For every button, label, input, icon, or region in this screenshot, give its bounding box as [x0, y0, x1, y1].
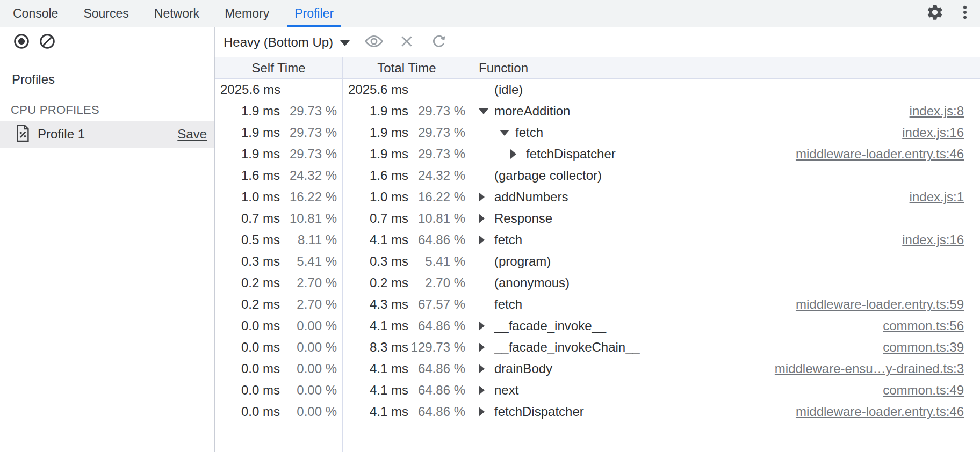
expand-arrow-icon[interactable] [500, 130, 515, 136]
total-time-percent: 2.70 % [408, 275, 465, 290]
triangle-right-icon [479, 321, 485, 331]
triangle-right-icon [479, 214, 485, 223]
chevron-down-icon [340, 40, 350, 46]
view-mode-dropdown[interactable]: Heavy (Bottom Up) [224, 35, 350, 50]
table-row[interactable]: 0.0 ms0.00 %4.1 ms64.86 %__facade_invoke… [215, 315, 980, 337]
self-time-value: 0.0 ms [220, 361, 280, 376]
self-time-value: 0.5 ms [220, 232, 280, 247]
settings-gear-icon [926, 3, 944, 24]
table-row[interactable]: 0.3 ms5.41 %0.3 ms5.41 %(program) [215, 251, 980, 272]
clear-button[interactable] [39, 33, 56, 52]
function-name: fetchDispatcher [526, 147, 796, 162]
source-link[interactable]: middleware-ensu…y-drained.ts:3 [775, 361, 964, 376]
expand-arrow-icon[interactable] [479, 192, 494, 202]
exclude-button[interactable] [398, 33, 415, 52]
tab-profiler[interactable]: Profiler [282, 0, 346, 27]
expand-arrow-icon[interactable] [479, 235, 494, 245]
function-name: __facade_invoke__ [494, 318, 883, 333]
expand-arrow-icon[interactable] [479, 342, 494, 352]
source-link[interactable]: middleware-loader.entry.ts:46 [796, 404, 964, 419]
source-link[interactable]: common.ts:39 [883, 340, 964, 355]
table-row[interactable]: 0.0 ms0.00 %8.3 ms129.73 %__facade_invok… [215, 337, 980, 358]
total-time-percent: 64.86 % [408, 383, 465, 398]
total-time-cell: 4.3 ms67.57 % [343, 294, 471, 315]
self-time-value: 2025.6 ms [220, 82, 280, 97]
source-link[interactable]: index.js:8 [910, 104, 964, 119]
self-time-cell: 0.0 ms0.00 % [215, 380, 343, 401]
profiler-content: Profiles CPU PROFILES Profile 1 Save Sel… [0, 57, 980, 452]
function-cell: drainBodymiddleware-ensu…y-drained.ts:3 [471, 358, 980, 380]
total-time-value: 1.6 ms [348, 168, 408, 183]
function-cell: __facade_invokeChain__common.ts:39 [471, 337, 980, 358]
expand-arrow-icon[interactable] [479, 385, 494, 395]
self-time-cell: 1.9 ms29.73 % [215, 100, 343, 122]
triangle-right-icon [479, 364, 485, 374]
total-time-cell: 1.6 ms24.32 % [343, 165, 471, 186]
self-time-percent: 0.00 % [280, 361, 337, 376]
column-header-self-time[interactable]: Self Time [215, 57, 343, 78]
function-name: moreAddition [494, 104, 910, 119]
table-row[interactable]: 0.0 ms0.00 %4.1 ms64.86 %fetchDispatcher… [215, 401, 980, 422]
column-header-total-time[interactable]: Total Time [343, 57, 471, 78]
filler-total-col [343, 422, 471, 452]
table-row[interactable]: 0.2 ms2.70 %0.2 ms2.70 %(anonymous) [215, 272, 980, 294]
expand-arrow-icon[interactable] [479, 407, 494, 417]
table-row[interactable]: 0.7 ms10.81 %0.7 ms10.81 %Response [215, 208, 980, 229]
expand-arrow-icon[interactable] [479, 364, 494, 374]
total-time-value: 0.2 ms [348, 275, 408, 290]
table-row[interactable]: 0.0 ms0.00 %4.1 ms64.86 %nextcommon.ts:4… [215, 380, 980, 401]
record-button[interactable] [13, 33, 30, 52]
table-row[interactable]: 0.2 ms2.70 %4.3 ms67.57 %fetchmiddleware… [215, 294, 980, 315]
total-time-cell: 0.2 ms2.70 % [343, 272, 471, 294]
total-time-percent: 64.86 % [408, 318, 465, 333]
profile-list-item[interactable]: Profile 1 Save [0, 121, 214, 148]
total-time-cell: 1.0 ms16.22 % [343, 186, 471, 208]
source-link[interactable]: middleware-loader.entry.ts:59 [796, 297, 964, 312]
total-time-cell: 4.1 ms64.86 % [343, 358, 471, 380]
total-time-cell: 2025.6 ms [343, 79, 471, 100]
total-time-cell: 0.7 ms10.81 % [343, 208, 471, 229]
table-row[interactable]: 1.0 ms16.22 %1.0 ms16.22 %addNumbersinde… [215, 186, 980, 208]
tab-memory[interactable]: Memory [212, 0, 282, 27]
function-name: addNumbers [494, 189, 910, 205]
self-time-value: 1.9 ms [220, 104, 280, 119]
tab-console[interactable]: Console [1, 0, 70, 27]
tab-sources[interactable]: Sources [71, 0, 141, 27]
self-time-value: 0.2 ms [220, 297, 280, 312]
focus-button[interactable] [364, 32, 384, 53]
table-row[interactable]: 2025.6 ms2025.6 ms(idle) [215, 79, 980, 100]
function-cell: (garbage collector) [471, 165, 980, 186]
source-link[interactable]: index.js:16 [902, 125, 964, 140]
source-link[interactable]: common.ts:49 [883, 383, 964, 398]
source-link[interactable]: middleware-loader.entry.ts:46 [796, 147, 964, 162]
total-time-percent: 64.86 % [408, 232, 465, 247]
total-time-cell: 1.9 ms29.73 % [343, 122, 471, 143]
total-time-cell: 1.9 ms29.73 % [343, 143, 471, 165]
table-row[interactable]: 1.9 ms29.73 %1.9 ms29.73 %moreAdditionin… [215, 100, 980, 122]
total-time-cell: 1.9 ms29.73 % [343, 100, 471, 122]
function-name: drainBody [494, 361, 775, 376]
expand-arrow-icon[interactable] [479, 108, 494, 114]
table-row[interactable]: 1.6 ms24.32 %1.6 ms24.32 %(garbage colle… [215, 165, 980, 186]
filler-fn-col [471, 422, 980, 452]
expand-arrow-icon[interactable] [479, 321, 494, 331]
self-time-percent: 29.73 % [280, 125, 337, 140]
settings-button[interactable] [920, 0, 950, 27]
self-time-percent: 2.70 % [280, 297, 337, 312]
expand-arrow-icon[interactable] [510, 149, 526, 159]
tab-network[interactable]: Network [142, 0, 212, 27]
source-link[interactable]: common.ts:56 [883, 318, 964, 333]
more-options-button[interactable] [950, 0, 980, 27]
table-row[interactable]: 0.5 ms8.11 %4.1 ms64.86 %fetchindex.js:1… [215, 229, 980, 251]
column-header-function[interactable]: Function [471, 57, 980, 78]
source-link[interactable]: index.js:16 [902, 232, 964, 247]
expand-arrow-icon[interactable] [479, 214, 494, 223]
save-profile-link[interactable]: Save [177, 127, 207, 142]
self-time-cell: 0.2 ms2.70 % [215, 294, 343, 315]
table-row[interactable]: 1.9 ms29.73 %1.9 ms29.73 %fetchDispatche… [215, 143, 980, 165]
profiles-sidebar: Profiles CPU PROFILES Profile 1 Save [0, 57, 215, 452]
source-link[interactable]: index.js:1 [910, 189, 964, 205]
table-row[interactable]: 1.9 ms29.73 %1.9 ms29.73 %fetchindex.js:… [215, 122, 980, 143]
table-row[interactable]: 0.0 ms0.00 %4.1 ms64.86 %drainBodymiddle… [215, 358, 980, 380]
refresh-button[interactable] [430, 32, 448, 53]
